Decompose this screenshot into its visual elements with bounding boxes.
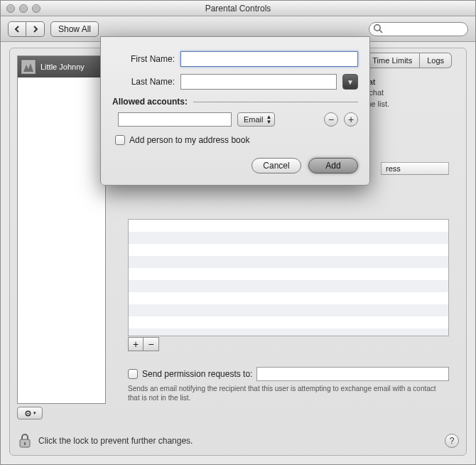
account-type-popup[interactable]: Email ▲▼: [237, 112, 275, 127]
account-type-label: Email: [244, 115, 264, 124]
cancel-label: Cancel: [263, 161, 289, 171]
permission-note: Sends an email notifying the recipient t…: [128, 384, 449, 402]
add-label: Add: [325, 161, 340, 171]
lock-text: Click the lock to prevent further change…: [38, 436, 193, 446]
svg-point-4: [27, 412, 28, 414]
chevron-right-icon: [32, 26, 39, 33]
minus-icon: −: [328, 114, 334, 125]
lock-row: Click the lock to prevent further change…: [17, 432, 459, 449]
avatar: [21, 59, 36, 75]
show-all-label: Show All: [58, 24, 91, 34]
account-address-field[interactable]: [118, 112, 232, 127]
search-input[interactable]: [369, 22, 468, 36]
window-title: Parental Controls: [1, 4, 475, 14]
remove-contact-button[interactable]: −: [144, 337, 159, 351]
svg-point-0: [374, 24, 380, 30]
permission-checkbox[interactable]: [128, 369, 138, 379]
chevron-left-icon: [13, 26, 21, 33]
list-header-label: ress: [386, 164, 401, 173]
plus-icon: +: [348, 114, 354, 125]
show-all-button[interactable]: Show All: [50, 21, 99, 37]
chevron-down-icon: ▼: [347, 78, 354, 86]
allowed-accounts-section: Allowed accounts:: [112, 97, 358, 107]
last-name-row: Last Name: ▼: [112, 74, 358, 90]
minus-icon: −: [148, 338, 153, 350]
add-account-button[interactable]: +: [344, 112, 358, 127]
question-icon: ?: [450, 436, 455, 446]
traffic-lights: [6, 4, 40, 13]
last-name-label: Last Name:: [112, 77, 175, 87]
close-window-button[interactable]: [6, 4, 15, 13]
user-row[interactable]: Little Johnny: [18, 56, 105, 78]
allowed-contacts-list[interactable]: [128, 219, 449, 336]
add-to-address-book-label: Add person to my address book: [129, 135, 249, 145]
nav-segmented: [8, 21, 45, 37]
svg-rect-6: [24, 442, 26, 445]
gear-icon: [24, 410, 32, 417]
add-to-address-book-row: Add person to my address book: [115, 135, 358, 145]
section-label: Allowed accounts:: [112, 97, 188, 107]
chat-note-line2: o the list.: [358, 99, 443, 109]
menu-chevron-icon: ▾: [33, 410, 36, 416]
tab-logs-label: Logs: [427, 56, 444, 65]
user-list[interactable]: Little Johnny: [17, 55, 106, 404]
add-button[interactable]: Add: [308, 158, 358, 173]
permission-email-field[interactable]: [256, 367, 449, 381]
tab-logs[interactable]: Logs: [420, 53, 452, 68]
tab-time-limits-label: Time Limits: [372, 56, 412, 65]
chat-heading: Chat: [358, 77, 443, 87]
contact-card-toggle[interactable]: ▼: [342, 74, 358, 90]
chat-info: Chat nd chat o the list.: [358, 77, 443, 109]
forward-button[interactable]: [26, 21, 45, 37]
back-button[interactable]: [8, 21, 26, 37]
search-icon: [373, 23, 383, 33]
sidebar-action-menu[interactable]: ▾: [17, 407, 43, 419]
add-to-address-book-checkbox[interactable]: [115, 135, 125, 145]
sheet-buttons: Cancel Add: [112, 158, 358, 173]
tab-bar: Time Limits Logs: [364, 53, 452, 68]
sidebar: Little Johnny ▾: [17, 55, 106, 415]
allowed-list-header: ress: [381, 162, 449, 175]
minimize-window-button[interactable]: [19, 4, 28, 13]
first-name-label: First Name:: [112, 54, 175, 64]
cancel-button[interactable]: Cancel: [251, 158, 301, 173]
lock-icon[interactable]: [17, 432, 33, 449]
zoom-window-button[interactable]: [32, 4, 40, 13]
list-add-remove: + −: [128, 337, 159, 351]
last-name-field[interactable]: [180, 74, 337, 90]
section-divider: [193, 102, 358, 102]
permission-request-row: Send permission requests to:: [128, 367, 449, 381]
tab-time-limits[interactable]: Time Limits: [364, 53, 420, 68]
popup-arrows-icon: ▲▼: [266, 114, 272, 124]
user-picture-icon: [22, 60, 35, 73]
help-button[interactable]: ?: [445, 434, 459, 448]
permission-label: Send permission requests to:: [142, 369, 252, 379]
add-person-sheet: First Name: Last Name: ▼ Allowed account…: [100, 36, 370, 186]
titlebar: Parental Controls: [1, 1, 475, 16]
svg-line-1: [379, 30, 382, 33]
account-row: Email ▲▼ − +: [112, 112, 358, 127]
first-name-field[interactable]: [180, 51, 358, 67]
add-contact-button[interactable]: +: [128, 337, 144, 351]
search-field-wrap: [369, 22, 468, 36]
user-name-label: Little Johnny: [40, 63, 85, 71]
first-name-row: First Name:: [112, 51, 358, 67]
prefs-window: Parental Controls Show All: [0, 0, 476, 465]
chat-note-line1: nd chat: [358, 87, 443, 98]
plus-icon: +: [133, 338, 139, 350]
remove-account-button[interactable]: −: [324, 112, 338, 127]
